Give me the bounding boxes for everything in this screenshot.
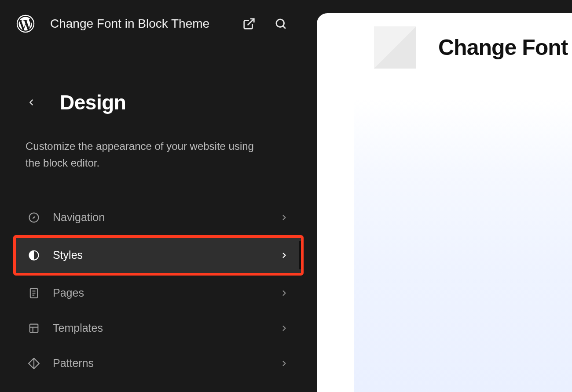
menu-item-templates[interactable]: Templates (16, 311, 301, 346)
menu-item-label: Patterns (53, 357, 279, 370)
svg-line-1 (248, 19, 254, 25)
topbar-actions (242, 17, 301, 31)
diamond-icon (27, 357, 40, 370)
design-menu: Navigation Styles Pages (0, 200, 317, 381)
menu-item-styles[interactable]: Styles (16, 238, 301, 273)
wordpress-logo[interactable] (16, 14, 35, 33)
search-icon[interactable] (274, 17, 288, 31)
site-logo-placeholder[interactable] (374, 26, 416, 69)
external-link-icon[interactable] (242, 17, 256, 31)
chevron-right-icon (279, 358, 290, 369)
highlight-annotation: Styles (13, 235, 304, 276)
menu-item-patterns[interactable]: Patterns (16, 346, 301, 381)
sidebar: Change Font in Block Theme Design Custom… (0, 0, 317, 392)
back-button[interactable] (25, 96, 38, 109)
menu-item-label: Navigation (53, 211, 279, 224)
site-title: Change Font in Block Theme (50, 17, 227, 31)
chevron-right-icon (279, 288, 290, 298)
chevron-right-icon (279, 250, 290, 261)
svg-rect-11 (30, 324, 38, 332)
preview-pane: Change Font (317, 0, 572, 392)
section-description: Customize the appearance of your website… (0, 138, 282, 172)
menu-item-pages[interactable]: Pages (16, 276, 301, 311)
layout-icon (27, 322, 40, 335)
chevron-right-icon (279, 212, 290, 223)
section-header: Design (0, 91, 317, 114)
page-icon (27, 287, 40, 300)
svg-line-3 (283, 26, 285, 28)
compass-icon (27, 211, 40, 224)
menu-item-label: Pages (53, 287, 279, 299)
canvas-content (354, 99, 572, 392)
chevron-right-icon (279, 323, 290, 334)
topbar: Change Font in Block Theme (0, 0, 317, 33)
site-canvas[interactable]: Change Font (317, 13, 572, 392)
preview-site-title[interactable]: Change Font (438, 35, 568, 60)
contrast-icon (27, 249, 40, 262)
menu-item-navigation[interactable]: Navigation (16, 200, 301, 235)
menu-item-label: Styles (53, 249, 279, 261)
canvas-header: Change Font (317, 13, 572, 69)
menu-item-label: Templates (53, 322, 279, 334)
svg-marker-5 (33, 216, 36, 219)
section-title: Design (60, 91, 126, 114)
